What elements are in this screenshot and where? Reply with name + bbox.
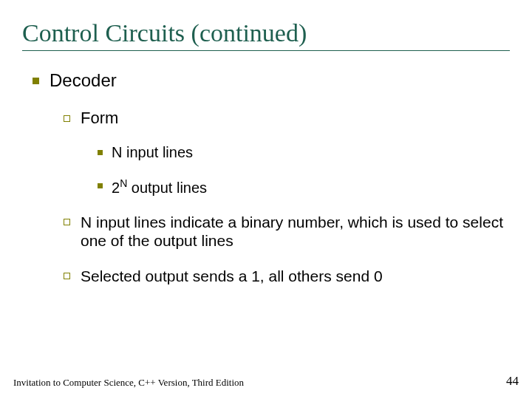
bullet-text: Form bbox=[81, 109, 118, 128]
square-small-bullet-icon bbox=[98, 183, 103, 188]
title-divider bbox=[22, 50, 510, 51]
bullet-level2-indicate: N input lines indicate a binary number, … bbox=[64, 213, 510, 250]
square-bullet-icon bbox=[33, 78, 39, 84]
bullet-text: Decoder bbox=[50, 70, 117, 91]
bullet-text: N input lines bbox=[112, 144, 193, 161]
superscript: N bbox=[120, 177, 127, 189]
square-outline-bullet-icon bbox=[64, 219, 70, 225]
bullet-level2-selected: Selected output sends a 1, all others se… bbox=[64, 267, 510, 286]
bullet-text: 2N output lines bbox=[112, 177, 207, 197]
bullet-text: Selected output sends a 1, all others se… bbox=[81, 267, 383, 286]
page-number: 44 bbox=[506, 374, 519, 389]
bullet-text: N input lines indicate a binary number, … bbox=[81, 213, 510, 250]
slide-title: Control Circuits (continued) bbox=[22, 19, 510, 47]
bullet-level2-form: Form bbox=[64, 109, 510, 128]
square-small-bullet-icon bbox=[98, 150, 103, 155]
square-outline-bullet-icon bbox=[64, 273, 70, 279]
slide: Control Circuits (continued) Decoder For… bbox=[0, 0, 532, 399]
text-fragment: 2 bbox=[112, 180, 120, 196]
square-outline-bullet-icon bbox=[64, 115, 70, 122]
footer-citation: Invitation to Computer Science, C++ Vers… bbox=[13, 377, 244, 389]
text-fragment: output lines bbox=[127, 180, 207, 196]
bullet-level3-ninput: N input lines bbox=[98, 144, 510, 161]
bullet-level3-output: 2N output lines bbox=[98, 177, 510, 197]
bullet-level1-decoder: Decoder bbox=[33, 70, 510, 91]
